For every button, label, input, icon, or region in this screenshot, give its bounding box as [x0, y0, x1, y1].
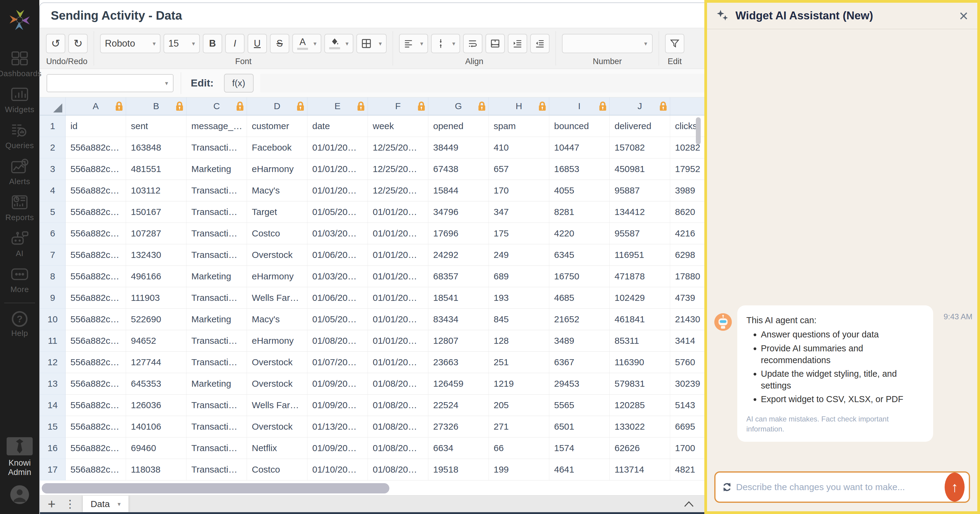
grid-cell[interactable]: 556a882c… [65, 330, 126, 351]
sidebar-item-dashboards[interactable]: Dashboards [0, 49, 42, 78]
grid-cell[interactable]: 170 [489, 180, 549, 201]
grid-cell[interactable]: 128 [489, 330, 549, 351]
grid-cell[interactable]: Marketing [186, 158, 247, 180]
grid-cell[interactable]: 133022 [610, 416, 670, 437]
grid-cell[interactable]: 689 [489, 266, 549, 287]
grid-cell[interactable]: 01/01/20… [307, 158, 368, 180]
grid-cell[interactable]: 6345 [549, 244, 610, 266]
grid-cell[interactable]: clicks [670, 116, 708, 137]
grid-cell[interactable]: 556a882c… [65, 459, 126, 480]
grid-cell[interactable]: 4685 [549, 287, 610, 309]
grid-cell[interactable]: 556a882c… [65, 309, 126, 330]
grid-cell[interactable]: 4821 [670, 459, 708, 480]
grid-cell[interactable]: Costco [247, 459, 307, 480]
grid-cell[interactable]: 15844 [428, 180, 489, 201]
underline-button[interactable]: U [248, 34, 267, 53]
bold-button[interactable]: B [203, 34, 222, 53]
grid-cell[interactable]: 17952 [670, 158, 708, 180]
grid-cell[interactable]: Overstock [247, 373, 307, 394]
row-number[interactable]: 12 [40, 352, 65, 373]
column-header[interactable]: C [186, 97, 247, 115]
grid-cell[interactable]: 01/05/20… [307, 309, 368, 330]
grid-cell[interactable]: Macy's [247, 309, 307, 330]
grid-cell[interactable]: 556a882c… [65, 395, 126, 416]
grid-cell[interactable]: 01/07/20… [307, 352, 368, 373]
grid-cell[interactable]: 16853 [549, 158, 610, 180]
indent-decrease-button[interactable] [530, 34, 550, 53]
grid-cell[interactable]: 01/06/20… [307, 244, 368, 266]
grid-cell[interactable]: Transacti… [186, 416, 247, 437]
grid-cell[interactable]: 01/01/20… [368, 309, 428, 330]
grid-cell[interactable]: 4055 [549, 180, 610, 201]
send-button[interactable]: ↑ [945, 473, 964, 501]
grid-cell[interactable]: 22524 [428, 395, 489, 416]
grid-cell[interactable]: 5565 [549, 395, 610, 416]
grid-cell[interactable]: Marketing [186, 373, 247, 394]
grid-cell[interactable]: Transacti… [186, 438, 247, 459]
filter-button[interactable] [665, 34, 684, 53]
grid-cell[interactable]: sent [126, 116, 186, 137]
grid-cell[interactable]: Target [247, 201, 307, 223]
italic-button[interactable]: I [225, 34, 245, 53]
grid-cell[interactable]: Overstock [247, 416, 307, 437]
column-header[interactable]: E [307, 97, 368, 115]
grid-cell[interactable]: Wells Far… [247, 395, 307, 416]
knowi-logo[interactable] [8, 8, 32, 32]
grid-cell[interactable]: 01/09/20… [307, 373, 368, 394]
grid-cell[interactable]: 1574 [549, 438, 610, 459]
grid-cell[interactable]: 6695 [670, 416, 708, 437]
grid-cell[interactable]: 157082 [610, 137, 670, 158]
grid-cell[interactable]: bounced [549, 116, 610, 137]
grid-cell[interactable]: Overstock [247, 352, 307, 373]
grid-cell[interactable]: 556a882c… [65, 352, 126, 373]
grid-cell[interactable]: 102429 [610, 287, 670, 309]
grid-cell[interactable]: 16750 [549, 266, 610, 287]
grid-cell[interactable]: 410 [489, 137, 549, 158]
sidebar-item-help[interactable]: ? Help [11, 311, 28, 338]
grid-cell[interactable]: customer [247, 116, 307, 137]
grid-cell[interactable]: 66 [489, 438, 549, 459]
grid-cell[interactable]: 01/03/20… [307, 223, 368, 244]
grid-cell[interactable]: eHarmony [247, 330, 307, 351]
grid-cell[interactable]: 556a882c… [65, 223, 126, 244]
grid-cell[interactable]: 17696 [428, 223, 489, 244]
column-header[interactable] [670, 97, 708, 115]
grid-cell[interactable]: 471878 [610, 266, 670, 287]
row-number[interactable]: 2 [40, 137, 65, 158]
grid-cell[interactable]: 01/08/20… [368, 395, 428, 416]
grid-cell[interactable]: 10282 [670, 137, 708, 158]
user-avatar[interactable] [10, 485, 29, 506]
grid-cell[interactable]: Transacti… [186, 395, 247, 416]
column-header[interactable]: G [428, 97, 489, 115]
grid-cell[interactable]: Transacti… [186, 287, 247, 309]
grid-cell[interactable]: 4739 [670, 287, 708, 309]
grid-cell[interactable]: 127744 [126, 352, 186, 373]
grid-cell[interactable]: 6298 [670, 244, 708, 266]
grid-cell[interactable]: eHarmony [247, 266, 307, 287]
sidebar-item-ai[interactable]: AI [10, 229, 29, 258]
refresh-icon[interactable] [722, 482, 732, 493]
grid-cell[interactable]: Transacti… [186, 244, 247, 266]
grid-cell[interactable]: Marketing [186, 309, 247, 330]
grid-cell[interactable]: 12807 [428, 330, 489, 351]
column-header[interactable]: J [610, 97, 670, 115]
grid-cell[interactable]: Costco [247, 223, 307, 244]
grid-cell[interactable]: Transacti… [186, 223, 247, 244]
grid-cell[interactable]: 522690 [126, 309, 186, 330]
grid-cell[interactable]: 556a882c… [65, 266, 126, 287]
grid-cell[interactable]: 85311 [610, 330, 670, 351]
grid-cell[interactable]: spam [489, 116, 549, 137]
grid-cell[interactable]: 38449 [428, 137, 489, 158]
grid-cell[interactable]: 4220 [549, 223, 610, 244]
grid-cell[interactable]: 113714 [610, 459, 670, 480]
number-format-select[interactable]: ▾ [562, 34, 652, 53]
grid-cell[interactable]: 01/08/20… [368, 373, 428, 394]
grid-cell[interactable]: 12/25/20… [368, 180, 428, 201]
grid-cell[interactable]: week [368, 116, 428, 137]
merge-cells-button[interactable] [485, 34, 505, 53]
grid-cell[interactable]: 496166 [126, 266, 186, 287]
grid-cell[interactable]: 29453 [549, 373, 610, 394]
grid-cell[interactable]: 01/06/20… [307, 287, 368, 309]
column-header[interactable]: A [65, 97, 126, 115]
grid-cell[interactable]: 481551 [126, 158, 186, 180]
